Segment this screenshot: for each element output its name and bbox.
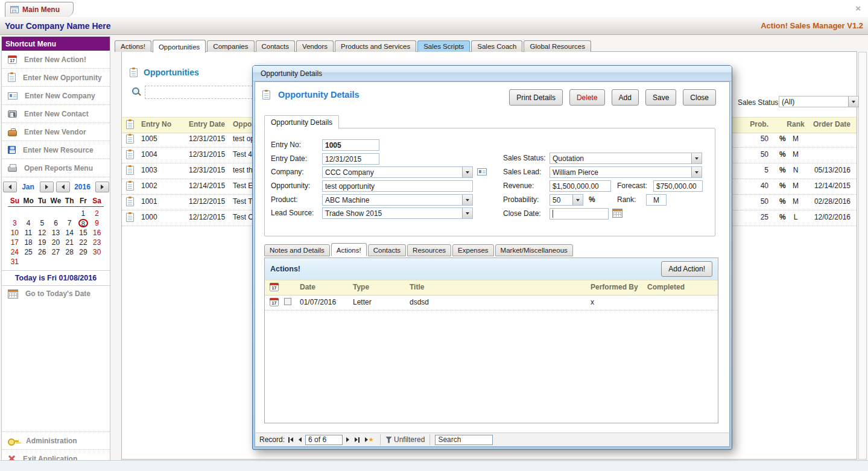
sidebar-item[interactable]: Enter New Action! <box>2 51 110 69</box>
detail-subtab[interactable]: Resources <box>407 244 451 256</box>
chevron-down-icon[interactable] <box>462 167 472 177</box>
revenue-field[interactable]: $1,500,000.00 <box>550 180 611 192</box>
calendar-day[interactable]: 30 <box>90 247 104 257</box>
completed-checkbox[interactable] <box>284 298 291 305</box>
action-row[interactable]: 01/07/2016 Letter dsdsd x <box>265 296 718 311</box>
main-tab[interactable]: Sales Coach <box>471 40 522 52</box>
last-record-button[interactable] <box>353 436 361 444</box>
calendar-day[interactable] <box>49 257 63 267</box>
calendar-day[interactable]: 4 <box>22 218 36 228</box>
calendar-day[interactable] <box>63 257 77 267</box>
main-tab[interactable]: Contacts <box>256 40 295 52</box>
calendar-day[interactable]: 25 <box>22 247 36 257</box>
calendar-day[interactable]: 5 <box>35 218 49 228</box>
sales-status-combo[interactable]: Quotation <box>550 153 702 164</box>
calendar-day[interactable]: 2 <box>90 209 104 218</box>
calendar-day[interactable]: 16 <box>90 228 104 238</box>
calendar-day[interactable]: 7 <box>63 218 77 228</box>
main-menu-window-tab[interactable]: Main Menu <box>5 2 74 17</box>
administration-button[interactable]: Administration <box>2 431 110 450</box>
col-type[interactable]: Type <box>353 283 369 291</box>
calendar-day[interactable]: 15 <box>77 228 90 238</box>
details-tab[interactable]: Opportunity Details <box>264 115 339 129</box>
calendar-next-month-button[interactable] <box>40 182 54 192</box>
probability-combo[interactable]: 50 <box>550 194 583 206</box>
main-tab[interactable]: Sales Scripts <box>417 40 470 52</box>
col-completed[interactable]: Completed <box>647 283 685 291</box>
calendar-day[interactable] <box>63 209 77 218</box>
forecast-field[interactable]: $750,000.00 <box>653 180 703 192</box>
detail-subtab[interactable]: Actions! <box>331 243 367 256</box>
previous-record-button[interactable] <box>297 436 303 443</box>
sidebar-item[interactable]: Enter New Opportunity <box>2 69 110 87</box>
calendar-day[interactable]: 6 <box>49 218 63 228</box>
detail-subtab[interactable]: Contacts <box>368 244 406 256</box>
dialog-action-button[interactable]: Close <box>683 89 716 106</box>
col-rank[interactable]: Rank <box>787 120 805 128</box>
calendar-year-label[interactable]: 2016 <box>72 183 93 191</box>
sidebar-item[interactable]: Enter New Contact <box>2 105 110 123</box>
dialog-action-button[interactable]: Save <box>645 89 676 106</box>
dialog-action-button[interactable]: Add <box>612 89 639 106</box>
first-record-button[interactable] <box>287 436 295 444</box>
calendar-day[interactable]: 11 <box>22 228 36 238</box>
dialog-title-bar[interactable]: Opportunity Details <box>253 66 732 81</box>
col-entry-no[interactable]: Entry No <box>141 120 171 128</box>
calendar-day[interactable]: 8 <box>78 219 88 227</box>
calendar-day[interactable]: 26 <box>35 247 49 257</box>
col-prob[interactable]: Prob. <box>732 120 768 128</box>
calendar-day[interactable] <box>49 209 63 218</box>
calendar-day[interactable] <box>22 209 36 218</box>
calendar-day[interactable]: 23 <box>90 238 104 247</box>
next-record-button[interactable] <box>344 436 351 443</box>
calendar-day[interactable]: 21 <box>63 238 77 247</box>
calendar-day[interactable]: 24 <box>8 247 22 257</box>
close-icon[interactable]: × <box>855 4 861 13</box>
lead-source-combo[interactable]: Trade Show 2015 <box>322 207 473 219</box>
calendar-day[interactable]: 29 <box>77 247 90 257</box>
calendar-day[interactable]: 31 <box>8 257 22 267</box>
dialog-action-button[interactable]: Delete <box>569 89 605 106</box>
calendar-day[interactable]: 14 <box>63 228 77 238</box>
goto-today-button[interactable]: Go to Today's Date <box>2 285 110 302</box>
calendar-day[interactable]: 20 <box>49 238 63 247</box>
add-action-button[interactable]: Add Action! <box>661 261 712 277</box>
calendar-month-label[interactable]: Jan <box>19 183 37 191</box>
opportunity-field[interactable]: test opportunity <box>322 180 473 192</box>
record-search-input[interactable]: Search <box>435 435 493 445</box>
main-tab[interactable]: Global Resources <box>524 40 591 52</box>
col-date[interactable]: Date <box>300 283 315 291</box>
main-tab[interactable]: Companies <box>207 40 254 52</box>
new-record-button[interactable] <box>363 436 375 443</box>
main-tab[interactable]: Actions! <box>115 40 151 52</box>
calendar-day[interactable]: 13 <box>49 228 63 238</box>
sales-status-filter[interactable]: (All) <box>779 96 859 107</box>
sidebar-item[interactable]: Enter New Resource <box>2 141 110 159</box>
calendar-day[interactable]: 19 <box>35 238 49 247</box>
calendar-day[interactable]: 22 <box>77 238 90 247</box>
filter-status-label[interactable]: Unfiltered <box>394 435 425 444</box>
calendar-day[interactable]: 9 <box>90 218 104 228</box>
date-picker-icon[interactable] <box>612 209 622 218</box>
sidebar-item[interactable]: Enter New Company <box>2 87 110 105</box>
detail-subtab[interactable]: Market/Miscellaneous <box>495 244 573 256</box>
calendar-prev-month-button[interactable] <box>3 182 17 192</box>
rank-field[interactable]: M <box>646 194 667 206</box>
calendar-day[interactable] <box>77 257 90 267</box>
col-title[interactable]: Title <box>410 283 424 291</box>
chevron-down-icon[interactable] <box>572 195 583 205</box>
dialog-action-button[interactable]: Print Details <box>509 89 563 106</box>
main-tab[interactable]: Vendors <box>296 40 334 52</box>
calendar-day[interactable]: 3 <box>8 218 22 228</box>
vertical-scrollbar-track[interactable] <box>858 52 867 460</box>
col-entry-date[interactable]: Entry Date <box>189 120 225 128</box>
calendar-prev-year-button[interactable] <box>56 182 70 192</box>
sidebar-item[interactable]: Enter New Vendor <box>2 123 110 141</box>
record-position-box[interactable]: 6 of 6 <box>305 435 343 445</box>
calendar-day[interactable]: 27 <box>49 247 63 257</box>
calendar-day[interactable]: 28 <box>63 247 77 257</box>
calendar-next-year-button[interactable] <box>95 182 109 192</box>
calendar-day[interactable]: 10 <box>8 228 22 238</box>
main-tab[interactable]: Products and Services <box>335 40 416 52</box>
calendar-day[interactable] <box>90 257 104 267</box>
